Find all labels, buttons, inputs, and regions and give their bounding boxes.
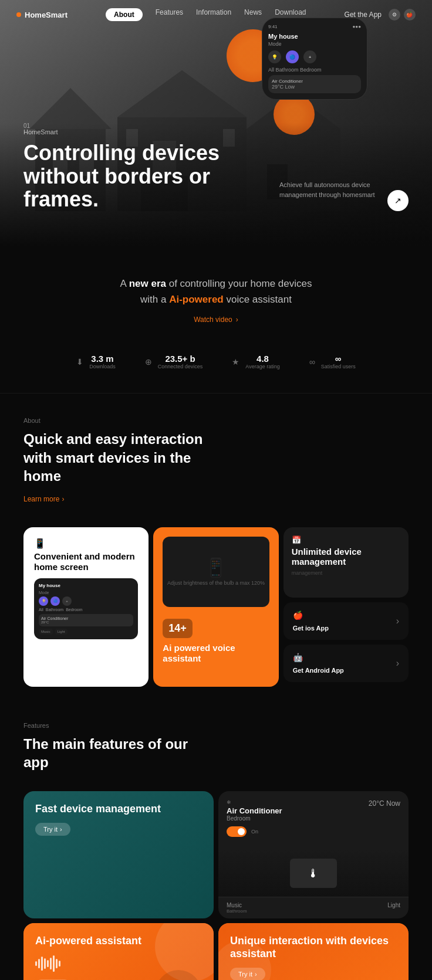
room-all: All — [39, 608, 43, 612]
room-bathroom: Bathroom — [46, 608, 63, 612]
room-bedroom: Bedroom — [66, 608, 82, 612]
unique-try-label: Try it — [238, 971, 252, 978]
mini-music-light-row: Music Light — [39, 629, 133, 635]
stat-rating-info: 4.8 Average rating — [245, 354, 279, 369]
unlimited-subtitle: management — [292, 570, 400, 576]
features-label: Features — [23, 722, 409, 729]
music-room: Bathroom — [227, 908, 247, 914]
fast-device-try-arrow: › — [60, 826, 62, 833]
stat-devices-info: 23.5+ b Connected devices — [158, 354, 203, 369]
hero-content: HomeSmart Controlling devices without bo… — [23, 128, 223, 211]
wave-bar-4 — [44, 958, 46, 969]
android-app-info: 🤖 Get Android App — [293, 653, 344, 674]
logo[interactable]: HomeSmart — [16, 11, 68, 19]
stat-users-info: ∞ Satisfied users — [321, 354, 356, 369]
learn-more-label: Learn more — [23, 495, 59, 503]
home-screen-card: 📱 Convenient and modern home screen My h… — [23, 527, 148, 687]
nav-link-features[interactable]: Features — [156, 8, 183, 21]
ac-room: Bedroom — [227, 815, 282, 822]
mini-phone-ui: My house Mode 💡 🔵 + All Bathroom Bedroom… — [34, 578, 138, 639]
wave-bar-7 — [53, 955, 55, 972]
ac-content: ❄ Air Conditioner Bedroom 20°C Now On — [218, 791, 409, 850]
unlimited-title: Unlimited device management — [292, 547, 400, 567]
mini-device-temp: 29°C — [41, 620, 131, 624]
unique-interaction-title: Unique interaction with devices assistan… — [230, 935, 397, 960]
unique-try-wrapper: Try it › — [230, 968, 397, 981]
nav-right: Get the App ⚙ 🍎 — [345, 9, 416, 21]
downloads-value: 3.3 m — [89, 354, 116, 364]
music-item: Music Bathroom — [227, 902, 247, 914]
ai-card-content: Ai-powered assistant Try it › — [35, 935, 202, 980]
navigation: HomeSmart About Features Information New… — [0, 0, 432, 29]
hero-title: Controlling devices without borders or f… — [23, 141, 223, 211]
ac-toggle-row: On — [227, 826, 400, 837]
slide-number: 01 — [23, 123, 30, 129]
fast-device-title: Fast device management — [35, 803, 202, 816]
about-title: Quick and easy interaction with smart de… — [23, 430, 211, 485]
nav-link-download[interactable]: Download — [275, 8, 306, 21]
stat-downloads: ⬇ 3.3 m Downloads — [76, 354, 116, 369]
android-app-arrow: › — [396, 658, 399, 669]
tagline-ai-powered: Ai-powered — [169, 294, 224, 305]
ios-app-card[interactable]: 🍎 Get ios App › — [284, 602, 409, 640]
wave-bar-5 — [47, 960, 49, 967]
download-icon: ⬇ — [76, 357, 83, 367]
about-cards-grid: 📱 Convenient and modern home screen My h… — [0, 516, 432, 698]
stat-rating: ★ 4.8 Average rating — [232, 354, 279, 369]
phone-icon-small: 📱 — [34, 538, 138, 549]
features-section: Features The main features of our app — [0, 698, 432, 791]
tagline-section: A new era of controlling your home devic… — [0, 246, 432, 342]
infinity-icon: ∞ — [309, 357, 315, 367]
ac-toggle-label: On — [251, 829, 258, 835]
rating-label: Average rating — [245, 364, 279, 369]
nav-link-about[interactable]: About — [106, 8, 143, 21]
light-label: Light — [387, 902, 400, 908]
tagline-text: A new era of controlling your home devic… — [99, 276, 333, 307]
settings-icon[interactable]: ⚙ — [389, 9, 400, 21]
hero-right-description: Achieve full autonomous device managemen… — [279, 180, 385, 199]
stat-users: ∞ ∞ Satisfied users — [309, 354, 356, 369]
nav-link-information[interactable]: Information — [196, 8, 231, 21]
wave-bar-1 — [35, 961, 37, 966]
downloads-label: Downloads — [89, 364, 116, 369]
right-cards-column: 📅 Unlimited device management management… — [284, 527, 409, 682]
ac-device-image: 🌡 — [218, 850, 409, 897]
about-section: About Quick and easy interaction with sm… — [0, 394, 432, 516]
mini-icon-2: 🔵 — [50, 596, 60, 606]
mini-ac-card: Air Conditioner 29°C — [39, 614, 133, 626]
ac-feature-card: ❄ Air Conditioner Bedroom 20°C Now On 🌡 … — [218, 791, 409, 918]
home-screen-title: Convenient and modern home screen — [34, 551, 138, 572]
nav-link-news[interactable]: News — [244, 8, 262, 21]
phone-dark-content: 📱 Adjust brightness of the bulb a max 12… — [167, 557, 265, 586]
ai-badge: 14+ — [163, 619, 193, 638]
watch-video-button[interactable]: Watch video › — [194, 316, 238, 324]
get-app-label[interactable]: Get the App — [345, 11, 382, 19]
mini-device-name: Air Conditioner — [41, 616, 131, 620]
logo-icon — [16, 12, 21, 17]
mini-phone-mode: Mode — [39, 591, 133, 595]
stat-devices: ⊕ 23.5+ b Connected devices — [145, 354, 203, 369]
ai-label: Ai powered voice assistant — [163, 643, 235, 663]
android-app-card[interactable]: 🤖 Get Android App › — [284, 645, 409, 682]
stats-section: ⬇ 3.3 m Downloads ⊕ 23.5+ b Connected de… — [0, 342, 432, 394]
mini-icon-3: + — [62, 596, 72, 606]
hero-arrow-button[interactable]: ↗ — [387, 190, 409, 211]
apple-store-icon: 🍎 — [293, 611, 306, 623]
ac-toggle[interactable] — [227, 826, 247, 837]
phone-dark-image: 📱 Adjust brightness of the bulb a max 12… — [163, 537, 269, 607]
mini-music-btn: Music — [39, 629, 53, 635]
stat-downloads-info: 3.3 m Downloads — [89, 354, 116, 369]
learn-more-arrow: › — [62, 495, 64, 503]
users-value: ∞ — [321, 354, 356, 364]
rating-value: 4.8 — [245, 354, 279, 364]
features-grid: Fast device management Try it › ❄ Air Co… — [0, 791, 432, 980]
apple-icon[interactable]: 🍎 — [404, 9, 416, 21]
ios-app-label: Get ios App — [293, 625, 329, 632]
music-light-row: Music Bathroom Light — [218, 897, 409, 918]
learn-more-button[interactable]: Learn more › — [23, 495, 64, 503]
fast-device-try-btn[interactable]: Try it › — [35, 823, 70, 836]
wave-bar-9 — [59, 961, 60, 967]
ac-info: ❄ Air Conditioner Bedroom — [227, 799, 282, 822]
unique-interaction-try-btn[interactable]: Try it › — [230, 968, 265, 981]
mini-phone-title: My house — [39, 583, 133, 588]
